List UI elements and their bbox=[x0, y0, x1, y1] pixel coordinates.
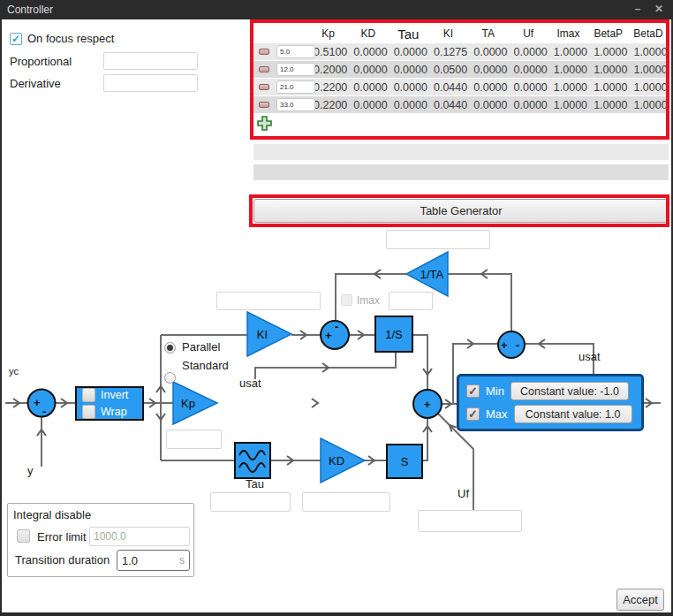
tau-filter-block[interactable] bbox=[235, 443, 270, 478]
plus-sign: + bbox=[501, 338, 508, 352]
uf-label: Uf bbox=[457, 487, 469, 500]
integral-disable-group: Integral disable Error limit Transition … bbox=[7, 503, 194, 577]
max-constant-button[interactable]: Constant value: 1.0 bbox=[514, 405, 632, 423]
standard-radio-label: Standard bbox=[182, 359, 229, 372]
kp-parameter-input[interactable] bbox=[166, 430, 222, 449]
accept-button[interactable]: Accept bbox=[616, 589, 664, 611]
parallel-radio[interactable] bbox=[164, 342, 176, 354]
derivative-label: S bbox=[401, 455, 409, 468]
min-constant-button[interactable]: Constant value: -1.0 bbox=[510, 382, 629, 400]
standard-radio[interactable] bbox=[164, 372, 176, 384]
ki-label: KI bbox=[257, 328, 268, 341]
imax-label: Imax bbox=[357, 294, 380, 307]
plus-sign: + bbox=[325, 329, 332, 342]
wrap-label: Wrap bbox=[101, 406, 127, 418]
controller-window: Controller – ✕ ✓ On focus respect Propor… bbox=[0, 0, 673, 616]
min-checkbox[interactable]: ✓ bbox=[466, 384, 480, 398]
transition-duration-value: 1.0 bbox=[117, 554, 179, 567]
wire bbox=[412, 335, 427, 389]
plus-sign: + bbox=[424, 398, 431, 411]
kd-parameter-input[interactable] bbox=[302, 492, 390, 512]
minus-sign: - bbox=[516, 338, 519, 352]
imax-value-input[interactable] bbox=[389, 292, 433, 310]
ki-gain-block[interactable] bbox=[247, 312, 291, 356]
transition-duration-label: Transition duration bbox=[15, 553, 110, 567]
one-over-ta-label: 1/TA bbox=[420, 268, 444, 281]
arrow-right bbox=[312, 399, 318, 407]
invert-wrap-block: Invert Wrap bbox=[75, 386, 144, 421]
imax-checkbox[interactable] bbox=[341, 294, 352, 306]
ta-parameter-input[interactable] bbox=[386, 230, 490, 249]
usat-label: usat bbox=[578, 350, 601, 363]
usat-label: usat bbox=[239, 376, 261, 390]
parallel-radio-label: Parallel bbox=[182, 340, 220, 354]
transition-duration-unit: s bbox=[179, 554, 189, 567]
max-checkbox[interactable]: ✓ bbox=[466, 407, 480, 421]
max-label: Max bbox=[486, 407, 508, 421]
yc-label: yc bbox=[9, 366, 19, 376]
uf-input[interactable] bbox=[418, 510, 522, 532]
integral-disable-title: Integral disable bbox=[13, 508, 91, 521]
invert-label: Invert bbox=[101, 389, 128, 401]
min-label: Min bbox=[486, 384, 504, 398]
error-limit-checkbox[interactable] bbox=[17, 529, 30, 543]
wire bbox=[447, 274, 511, 332]
minus-sign: - bbox=[335, 320, 338, 333]
tau-parameter-input[interactable] bbox=[210, 492, 291, 512]
integrator-label: 1/S bbox=[385, 328, 403, 341]
saturation-block: ✓ Min Constant value: -1.0 ✓ Max Constan… bbox=[457, 375, 643, 430]
error-limit-input[interactable] bbox=[89, 527, 190, 546]
ki-parameter-input[interactable] bbox=[216, 292, 321, 310]
error-limit-label: Error limit bbox=[37, 530, 87, 544]
plus-sign: + bbox=[34, 396, 41, 409]
sum-error[interactable] bbox=[28, 390, 56, 417]
invert-toggle[interactable] bbox=[82, 388, 95, 402]
y-label: y bbox=[27, 464, 34, 477]
kp-label: Kp bbox=[181, 397, 195, 410]
kp-gain-block[interactable] bbox=[173, 382, 217, 424]
transition-duration-input[interactable]: 1.0 s bbox=[117, 550, 190, 571]
kd-label: KD bbox=[329, 454, 344, 468]
tau-caption: Tau bbox=[246, 477, 264, 491]
wrap-toggle[interactable] bbox=[82, 405, 95, 419]
minus-sign: - bbox=[42, 405, 46, 418]
